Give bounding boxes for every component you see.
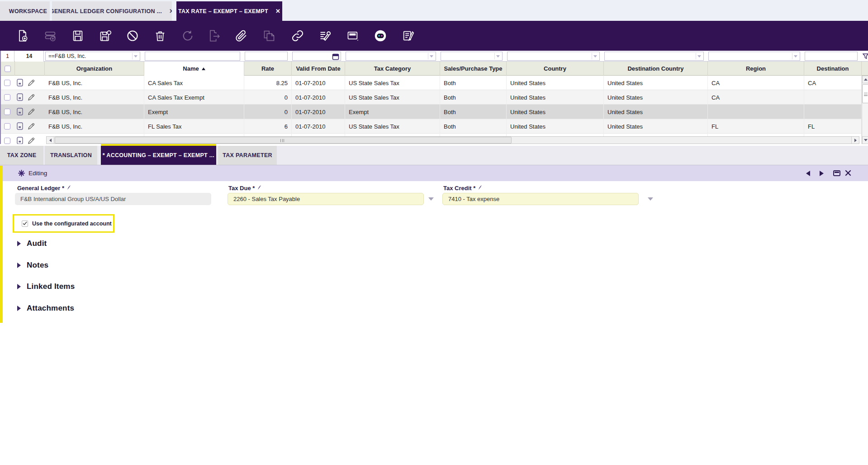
- section-notes[interactable]: Notes: [17, 261, 48, 270]
- tax-due-dropdown-icon[interactable]: [428, 197, 434, 201]
- new-document-icon[interactable]: [16, 29, 29, 42]
- calendar-icon[interactable]: [332, 53, 339, 62]
- link-icon[interactable]: [291, 29, 304, 42]
- dropdown-icon[interactable]: [428, 53, 435, 59]
- open-record-icon[interactable]: [17, 122, 24, 132]
- save-icon[interactable]: [71, 29, 84, 42]
- table-row[interactable]: F&B US, Inc.Exempt001-07-2010ExemptBothU…: [1, 105, 868, 119]
- filter-valid_from_date[interactable]: [292, 52, 341, 61]
- editing-status-label: Editing: [28, 170, 47, 177]
- dropdown-icon[interactable]: [696, 53, 702, 59]
- filter-sales_purchase_type[interactable]: [441, 52, 503, 61]
- use-configurated-account-checkbox[interactable]: [22, 221, 28, 227]
- table-row[interactable]: F&B US, Inc.CA Sales Tax Exempt001-07-20…: [1, 90, 868, 105]
- filter-destination[interactable]: [805, 52, 858, 61]
- tab-tax-zone[interactable]: TAX ZONE: [0, 146, 43, 165]
- scroll-down-button[interactable]: [862, 136, 868, 144]
- tab-accounting[interactable]: * ACCOUNTING – EXEMPT – EXEMPT ...: [101, 144, 216, 165]
- table-row[interactable]: F&B US, Inc.FL Sales Tax601-07-2010US St…: [1, 119, 868, 134]
- next-record-icon[interactable]: [819, 170, 825, 178]
- tax-due-input[interactable]: 2260 - Sales Tax Payable: [228, 193, 424, 205]
- close-tab-icon[interactable]: ✕: [169, 8, 172, 14]
- filter-rate[interactable]: [245, 52, 288, 61]
- cell-organization: F&B US, Inc.: [45, 105, 144, 119]
- table-row[interactable]: F&B US, Inc.CA Sales Tax8.2501-07-2010US…: [1, 76, 868, 90]
- section-attachments[interactable]: Attachments: [17, 304, 74, 313]
- cell-valid_from_date: 01-07-2010: [292, 105, 345, 119]
- row-checkbox[interactable]: [4, 109, 10, 115]
- cancel-icon[interactable]: [126, 29, 139, 42]
- column-header-region[interactable]: Region: [708, 62, 804, 76]
- tab-tax-parameter[interactable]: TAX PARAMETER: [218, 146, 277, 165]
- scroll-right-button[interactable]: [851, 137, 859, 144]
- detail-tab-bar: TAX ZONE TRANSLATION * ACCOUNTING – EXEM…: [0, 144, 868, 165]
- edit-record-icon[interactable]: [28, 94, 35, 102]
- row-checkbox[interactable]: [4, 123, 10, 129]
- column-header-tax_category[interactable]: Tax Category: [345, 62, 440, 76]
- toolbar: [0, 21, 868, 51]
- open-record-icon[interactable]: [17, 93, 24, 103]
- save-as-icon[interactable]: [99, 29, 112, 42]
- dropdown-icon[interactable]: [792, 53, 799, 59]
- previous-record-icon[interactable]: [805, 170, 811, 178]
- cell-rate: 0: [244, 105, 292, 119]
- tax-credit-dropdown-icon[interactable]: [648, 197, 653, 201]
- vertical-scrollbar[interactable]: [862, 76, 868, 144]
- dropdown-icon[interactable]: [494, 53, 501, 59]
- cell-destination_country: United States: [604, 105, 708, 119]
- general-ledger-label: General Ledger *: [17, 185, 71, 192]
- filter-country[interactable]: [507, 52, 600, 61]
- edit-record-icon[interactable]: [28, 123, 35, 131]
- column-header-country[interactable]: Country: [507, 62, 604, 76]
- tab-general-ledger-configuration[interactable]: GENERAL LEDGER CONFIGURATION ...✕: [52, 1, 172, 21]
- edit-record-icon[interactable]: [28, 79, 35, 88]
- select-all-checkbox[interactable]: [5, 66, 11, 72]
- horizontal-scroll-thumb[interactable]: [55, 137, 512, 144]
- open-record-icon[interactable]: [17, 79, 24, 88]
- tax-credit-input[interactable]: 7410 - Tax expense: [442, 193, 639, 205]
- column-header-sales_purchase_type[interactable]: Sales/Purchase Type: [440, 62, 507, 76]
- general-ledger-input[interactable]: F&B International Group US/A/US Dollar: [15, 193, 211, 205]
- notes-edit-icon[interactable]: [402, 29, 414, 42]
- column-header-destination[interactable]: Destination: [804, 62, 862, 76]
- vertical-scroll-thumb[interactable]: [862, 84, 868, 103]
- filter-tax_category[interactable]: [346, 52, 436, 61]
- filter-funnel-icon[interactable]: [863, 53, 868, 61]
- tab-workspace[interactable]: WORKSPACE: [0, 1, 50, 21]
- tab-translation[interactable]: TRANSLATION: [45, 146, 97, 165]
- filter-region[interactable]: [708, 52, 800, 61]
- close-tab-icon[interactable]: ✕: [275, 8, 280, 14]
- scroll-left-button[interactable]: [47, 137, 54, 144]
- row-checkbox[interactable]: [4, 80, 10, 86]
- cell-name: CA Sales Tax Exempt: [144, 90, 244, 105]
- maximize-icon[interactable]: [833, 170, 840, 176]
- tab-tax-rate-exempt[interactable]: TAX RATE – EXEMPT – EXEMPT✕: [176, 1, 282, 21]
- scroll-up-button[interactable]: [862, 76, 868, 83]
- filter-name[interactable]: [145, 52, 240, 61]
- column-header-organization[interactable]: Organization: [45, 62, 144, 76]
- panel-layout-icon[interactable]: [346, 29, 359, 42]
- delete-icon[interactable]: [154, 29, 166, 42]
- column-header-destination_country[interactable]: Destination Country: [604, 62, 708, 76]
- horizontal-scrollbar[interactable]: [46, 136, 859, 144]
- attach-icon[interactable]: [235, 29, 247, 42]
- filter-destination_country[interactable]: [604, 52, 704, 61]
- filter-organization[interactable]: ==F&B US, Inc.: [45, 52, 140, 61]
- add-row-icon: [44, 29, 57, 42]
- close-panel-icon[interactable]: [845, 170, 851, 178]
- row-checkbox[interactable]: [4, 138, 10, 144]
- open-record-icon[interactable]: [17, 108, 24, 117]
- list-settings-icon[interactable]: [319, 29, 332, 42]
- bot-icon[interactable]: [374, 29, 387, 42]
- column-header-name[interactable]: Name: [144, 62, 244, 76]
- section-label: Notes: [27, 261, 48, 270]
- section-linked-items[interactable]: Linked Items: [17, 282, 75, 291]
- edit-record-icon[interactable]: [28, 108, 35, 117]
- dropdown-icon[interactable]: [132, 53, 139, 59]
- column-header-rate[interactable]: Rate: [244, 62, 292, 76]
- row-checkbox[interactable]: [4, 94, 10, 101]
- column-header-valid_from_date[interactable]: Valid From Date: [292, 62, 345, 76]
- dropdown-icon[interactable]: [592, 53, 598, 59]
- section-audit[interactable]: Audit: [17, 239, 47, 248]
- cell-rate: 0: [244, 90, 292, 105]
